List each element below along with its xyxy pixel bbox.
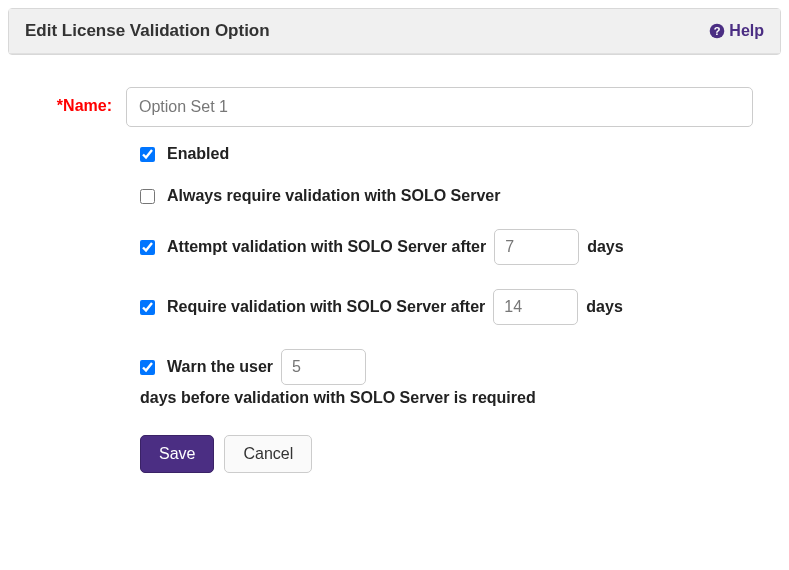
svg-text:?: ?	[714, 25, 721, 37]
always-require-row: Always require validation with SOLO Serv…	[140, 187, 773, 205]
require-days-input[interactable]	[493, 289, 578, 325]
name-input[interactable]	[126, 87, 753, 127]
help-icon: ?	[709, 23, 725, 39]
form-body: *Name: Enabled Always require validation…	[0, 63, 789, 497]
always-require-checkbox[interactable]	[140, 189, 155, 204]
cancel-button[interactable]: Cancel	[224, 435, 312, 473]
attempt-checkbox[interactable]	[140, 240, 155, 255]
warn-days-input[interactable]	[281, 349, 366, 385]
enabled-label: Enabled	[167, 145, 229, 163]
panel-title: Edit License Validation Option	[25, 21, 270, 41]
help-label: Help	[729, 22, 764, 40]
save-button[interactable]: Save	[140, 435, 214, 473]
require-label-prefix: Require validation with SOLO Server afte…	[167, 298, 485, 316]
attempt-days-input[interactable]	[494, 229, 579, 265]
help-link[interactable]: ? Help	[709, 22, 764, 40]
attempt-row: Attempt validation with SOLO Server afte…	[140, 229, 773, 265]
require-checkbox[interactable]	[140, 300, 155, 315]
button-row: Save Cancel	[140, 435, 773, 473]
name-row: *Name:	[16, 87, 773, 127]
attempt-label-suffix: days	[587, 238, 623, 256]
warn-row: Warn the user	[140, 349, 773, 385]
attempt-label-prefix: Attempt validation with SOLO Server afte…	[167, 238, 486, 256]
warn-checkbox[interactable]	[140, 360, 155, 375]
warn-sub-text: days before validation with SOLO Server …	[140, 389, 773, 407]
name-label: *Name:	[57, 97, 112, 114]
require-row: Require validation with SOLO Server afte…	[140, 289, 773, 325]
warn-label-prefix: Warn the user	[167, 358, 273, 376]
panel-header: Edit License Validation Option ? Help	[9, 9, 780, 54]
license-validation-panel: Edit License Validation Option ? Help	[8, 8, 781, 55]
require-label-suffix: days	[586, 298, 622, 316]
always-require-label: Always require validation with SOLO Serv…	[167, 187, 500, 205]
enabled-row: Enabled	[140, 145, 773, 163]
enabled-checkbox[interactable]	[140, 147, 155, 162]
